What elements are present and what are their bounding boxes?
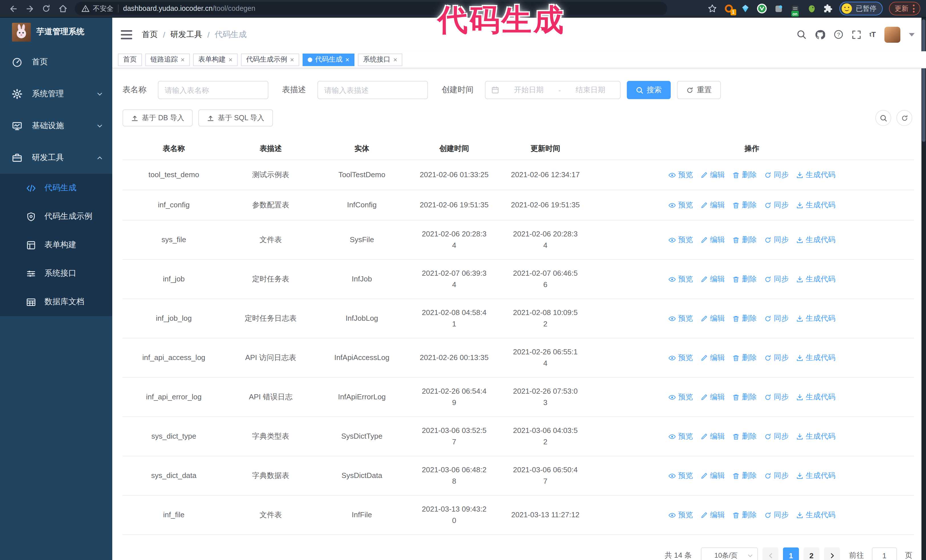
help-icon[interactable]: ? [834, 30, 843, 39]
delete-link[interactable]: 删除 [732, 313, 757, 324]
extension-gray-icon[interactable] [773, 3, 784, 14]
preview-link[interactable]: 预览 [669, 431, 693, 442]
generate-code-link[interactable]: 生成代码 [796, 169, 835, 181]
delete-link[interactable]: 删除 [732, 352, 757, 364]
edit-link[interactable]: 编辑 [701, 199, 725, 211]
reset-button[interactable]: 重置 [677, 81, 721, 99]
generate-code-link[interactable]: 生成代码 [796, 431, 835, 442]
github-icon[interactable] [815, 29, 825, 39]
address-bar[interactable]: 不安全 dashboard.yudao.iocoder.cn/tool/code… [75, 2, 667, 15]
extension-gem-icon[interactable] [740, 3, 750, 14]
preview-link[interactable]: 预览 [669, 352, 693, 364]
generate-code-link[interactable]: 生成代码 [796, 509, 835, 521]
tab-tracing[interactable]: 链路追踪× [145, 53, 190, 66]
browser-menu-icon[interactable] [913, 5, 915, 12]
breadcrumb-home[interactable]: 首页 [142, 29, 158, 39]
delete-link[interactable]: 删除 [732, 509, 757, 521]
edit-link[interactable]: 编辑 [701, 234, 725, 246]
edit-link[interactable]: 编辑 [701, 431, 725, 442]
preview-link[interactable]: 预览 [669, 509, 693, 521]
edit-link[interactable]: 编辑 [701, 352, 725, 364]
fullscreen-icon[interactable] [852, 30, 861, 39]
page-number-2[interactable]: 2 [803, 548, 819, 560]
sidebar-logo[interactable]: 芋道管理系统 [0, 18, 112, 46]
table-desc-input[interactable] [318, 81, 428, 99]
generate-code-link[interactable]: 生成代码 [796, 391, 835, 403]
sync-link[interactable]: 同步 [764, 273, 789, 285]
preview-link[interactable]: 预览 [669, 313, 693, 324]
close-icon[interactable]: × [345, 56, 349, 63]
sync-link[interactable]: 同步 [764, 199, 789, 211]
browser-reload-button[interactable] [39, 1, 54, 16]
sidebar-item-codegen[interactable]: 代码生成 [0, 174, 112, 202]
delete-link[interactable]: 删除 [732, 431, 757, 442]
sync-link[interactable]: 同步 [764, 391, 789, 403]
import-db-button[interactable]: 基于 DB 导入 [123, 109, 193, 127]
delete-link[interactable]: 删除 [732, 273, 757, 285]
font-size-icon[interactable]: tT [869, 30, 876, 39]
sync-link[interactable]: 同步 [764, 509, 789, 521]
edit-link[interactable]: 编辑 [701, 509, 725, 521]
close-icon[interactable]: × [393, 56, 397, 63]
delete-link[interactable]: 删除 [732, 169, 757, 181]
delete-link[interactable]: 删除 [732, 391, 757, 403]
extension-green-creature-icon[interactable] [806, 3, 817, 14]
generate-code-link[interactable]: 生成代码 [796, 352, 835, 364]
delete-link[interactable]: 删除 [732, 470, 757, 482]
user-avatar[interactable] [884, 27, 900, 42]
import-sql-button[interactable]: 基于 SQL 导入 [198, 109, 273, 127]
browser-profile-button[interactable]: 已暂停 [840, 2, 883, 15]
generate-code-link[interactable]: 生成代码 [796, 273, 835, 285]
preview-link[interactable]: 预览 [669, 234, 693, 246]
page-number-1[interactable]: 1 [783, 548, 799, 560]
tab-codegen-example[interactable]: 代码生成示例× [241, 53, 299, 66]
delete-link[interactable]: 删除 [732, 199, 757, 211]
hamburger-icon[interactable] [121, 29, 132, 39]
bookmark-star-icon[interactable] [707, 3, 717, 14]
date-range-picker[interactable]: 开始日期 - 结束日期 [485, 81, 620, 99]
sync-link[interactable]: 同步 [764, 313, 789, 324]
extensions-puzzle-icon[interactable] [823, 3, 833, 14]
sync-link[interactable]: 同步 [764, 352, 789, 364]
tab-system-api[interactable]: 系统接口× [358, 53, 402, 66]
sidebar-item-dev-tools[interactable]: 研发工具 [0, 142, 112, 174]
tab-home[interactable]: 首页 [118, 53, 142, 66]
scrollbar-thumb[interactable] [922, 20, 925, 142]
close-icon[interactable]: × [290, 56, 294, 63]
preview-link[interactable]: 预览 [669, 470, 693, 482]
sidebar-item-form-builder[interactable]: 表单构建 [0, 231, 112, 259]
next-page-button[interactable] [824, 548, 840, 560]
search-button[interactable]: 搜索 [627, 81, 671, 99]
sync-link[interactable]: 同步 [764, 431, 789, 442]
prev-page-button[interactable] [763, 548, 778, 560]
extension-dark-on-icon[interactable]: on [790, 3, 800, 14]
sidebar-item-system[interactable]: 系统管理 [0, 78, 112, 110]
site-security-warning[interactable]: 不安全 [82, 4, 113, 14]
generate-code-link[interactable]: 生成代码 [796, 313, 835, 324]
extension-orange-icon[interactable]: 1 [724, 3, 734, 14]
preview-link[interactable]: 预览 [669, 169, 693, 181]
generate-code-link[interactable]: 生成代码 [796, 470, 835, 482]
browser-update-button[interactable]: 更新 [889, 2, 920, 15]
extension-green-v-icon[interactable] [757, 3, 767, 14]
avatar-caret-down-icon[interactable] [909, 33, 915, 36]
sync-link[interactable]: 同步 [764, 234, 789, 246]
edit-link[interactable]: 编辑 [701, 169, 725, 181]
page-scrollbar[interactable] [921, 18, 926, 560]
sidebar-item-db-doc[interactable]: 数据库文档 [0, 288, 112, 316]
sidebar-item-system-api[interactable]: 系统接口 [0, 259, 112, 288]
edit-link[interactable]: 编辑 [701, 470, 725, 482]
generate-code-link[interactable]: 生成代码 [796, 199, 835, 211]
preview-link[interactable]: 预览 [669, 391, 693, 403]
sync-link[interactable]: 同步 [764, 470, 789, 482]
sync-link[interactable]: 同步 [764, 169, 789, 181]
tab-form-builder[interactable]: 表单构建× [193, 53, 238, 66]
browser-back-button[interactable] [6, 1, 21, 16]
browser-forward-button[interactable] [22, 1, 37, 16]
browser-home-button[interactable] [55, 1, 70, 16]
sidebar-item-infra[interactable]: 基础设施 [0, 110, 112, 142]
tab-codegen[interactable]: 代码生成× [303, 53, 354, 66]
preview-link[interactable]: 预览 [669, 199, 693, 211]
close-icon[interactable]: × [181, 56, 185, 63]
delete-link[interactable]: 删除 [732, 234, 757, 246]
